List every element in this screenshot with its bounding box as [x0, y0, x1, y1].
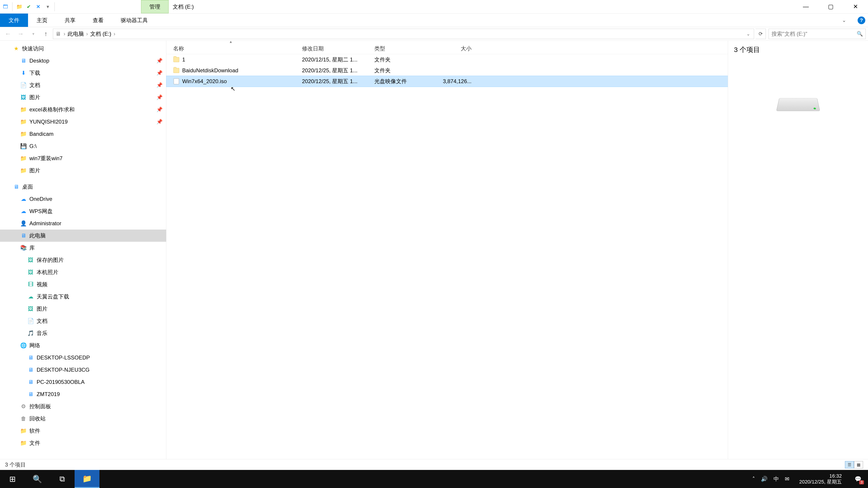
help-icon[interactable]: ?: [858, 17, 865, 24]
ribbon-expand-button[interactable]: ⌄: [837, 13, 851, 27]
tree-label: 天翼云盘下载: [37, 293, 69, 300]
tree-wps[interactable]: ☁ WPS网盘: [0, 205, 166, 217]
chevron-right-icon[interactable]: ›: [85, 31, 89, 37]
close-button[interactable]: ✕: [843, 0, 868, 13]
refresh-button[interactable]: ⟳: [755, 29, 766, 39]
tree-label: 视频: [37, 281, 48, 288]
check-icon[interactable]: ✔: [25, 3, 32, 10]
tree-qa-item[interactable]: 🖥 Desktop 📌: [0, 55, 166, 67]
tree-qa-item[interactable]: 📁 win7重装win7: [0, 152, 166, 164]
details-view-button[interactable]: ☰: [845, 461, 854, 468]
address-bar[interactable]: 🖥 › 此电脑 › 文档 (E:) › ⌄: [53, 29, 754, 39]
file-row[interactable]: 1 2020/12/15, 星期二 1... 文件夹: [166, 54, 728, 65]
tree-recycle-bin[interactable]: 🗑 回收站: [0, 413, 166, 425]
tab-share[interactable]: 共享: [56, 13, 84, 27]
recent-locations-button[interactable]: ▾: [28, 29, 39, 39]
minimize-button[interactable]: —: [794, 0, 818, 13]
file-row[interactable]: Win7x64_2020.iso 2020/12/25, 星期五 1... 光盘…: [166, 76, 728, 87]
tree-library-item[interactable]: 🎵 音乐: [0, 327, 166, 339]
window-controls: — ▢ ✕: [794, 0, 868, 13]
tray-chevron-icon[interactable]: ˄: [752, 476, 755, 482]
action-center-button[interactable]: 💬 3: [852, 473, 864, 485]
tab-drive-tools[interactable]: 驱动器工具: [112, 13, 156, 27]
tree-docs[interactable]: 📁 文件: [0, 437, 166, 449]
item-icon: 🎞: [27, 281, 34, 288]
item-icon: ☁: [27, 293, 34, 300]
file-list[interactable]: ▲ 名称 修改日期 类型 大小 1 2020/12/15, 星期二 1... 文…: [166, 41, 728, 459]
window-title: 文档 (E:): [168, 0, 794, 13]
contextual-tab-manage[interactable]: 管理: [141, 0, 168, 13]
tree-qa-item[interactable]: 📁 图片: [0, 164, 166, 177]
pc-icon: 🖥: [27, 354, 34, 361]
search-button[interactable]: 🔍: [25, 470, 50, 488]
maximize-button[interactable]: ▢: [818, 0, 843, 13]
forward-button[interactable]: →: [15, 29, 26, 39]
col-type[interactable]: 类型: [374, 45, 433, 52]
col-date[interactable]: 修改日期: [302, 45, 374, 52]
tab-file[interactable]: 文件: [0, 13, 28, 27]
thumbnails-view-button[interactable]: ▦: [854, 461, 863, 468]
pc-icon: 🖥: [55, 31, 61, 37]
ime-indicator[interactable]: 中: [774, 475, 779, 483]
tree-network[interactable]: 🌐 网络: [0, 339, 166, 352]
tree-qa-item[interactable]: 🖼 图片 📌: [0, 91, 166, 103]
tree-label: Administrator: [29, 220, 61, 227]
tree-network-host[interactable]: 🖥 DESKTOP-LSSOEDP: [0, 352, 166, 364]
more-icon[interactable]: ▾: [44, 3, 51, 10]
tree-library-item[interactable]: 🖼 本机照片: [0, 266, 166, 278]
contextual-tabs: 管理: [141, 0, 168, 13]
volume-icon[interactable]: 🔊: [761, 476, 768, 482]
tree-quick-access[interactable]: ★ 快速访问: [0, 42, 166, 55]
up-button[interactable]: ↑: [40, 29, 52, 39]
navigation-row: ← → ▾ ↑ 🖥 › 此电脑 › 文档 (E:) › ⌄ ⟳ 🔍: [0, 27, 868, 41]
tab-view[interactable]: 查看: [84, 13, 112, 27]
back-button[interactable]: ←: [2, 29, 13, 39]
tree-label: 文档: [37, 318, 48, 325]
address-history-button[interactable]: ⌄: [745, 31, 752, 37]
tree-qa-item[interactable]: 💾 G:\: [0, 140, 166, 152]
mail-icon[interactable]: ✉: [785, 476, 789, 482]
task-view-button[interactable]: ⧉: [50, 470, 74, 488]
start-button[interactable]: ⊞: [0, 470, 25, 488]
tree-qa-item[interactable]: 📁 YUNQISHI2019 📌: [0, 116, 166, 128]
tree-library-item[interactable]: 🖼 保存的图片: [0, 254, 166, 266]
col-name[interactable]: 名称: [173, 45, 302, 52]
tree-network-host[interactable]: 🖥 ZMT2019: [0, 388, 166, 400]
breadcrumb-root[interactable]: 此电脑: [66, 30, 85, 37]
tree-this-pc[interactable]: 🖥 此电脑: [0, 230, 166, 242]
search-icon[interactable]: 🔍: [857, 31, 863, 37]
nav-tree[interactable]: ★ 快速访问 🖥 Desktop 📌 ⬇ 下载 📌 📄 文档 📌 🖼 图片 📌 …: [0, 41, 166, 459]
tree-library-item[interactable]: 🖼 图片: [0, 303, 166, 315]
folder-icon[interactable]: 📁: [16, 3, 23, 10]
pc-icon: 🖥: [27, 366, 34, 373]
col-size[interactable]: 大小: [433, 45, 471, 52]
tree-libraries[interactable]: 📚 库: [0, 242, 166, 254]
delete-icon[interactable]: ✕: [35, 3, 42, 10]
file-name: 1: [182, 57, 185, 63]
tree-control-panel[interactable]: ⚙ 控制面板: [0, 400, 166, 413]
tab-home[interactable]: 主页: [28, 13, 56, 27]
library-icon: 📚: [20, 244, 27, 252]
taskbar-explorer[interactable]: 📁: [74, 470, 99, 488]
clock[interactable]: 16:32 2020/12/25, 星期五: [795, 473, 846, 485]
tree-network-host[interactable]: 🖥 DESKTOP-NJEU3CG: [0, 364, 166, 376]
tree-qa-item[interactable]: 📁 Bandicam: [0, 128, 166, 140]
search-input[interactable]: [772, 31, 857, 37]
tree-library-item[interactable]: ☁ 天翼云盘下载: [0, 291, 166, 303]
chevron-right-icon[interactable]: ›: [113, 31, 116, 37]
chevron-right-icon[interactable]: ›: [63, 31, 66, 37]
tree-qa-item[interactable]: ⬇ 下载 📌: [0, 67, 166, 79]
tree-qa-item[interactable]: 📁 excel表格制作求和 📌: [0, 103, 166, 116]
search-box[interactable]: 🔍: [769, 29, 866, 39]
tree-network-host[interactable]: 🖥 PC-20190530OBLA: [0, 376, 166, 388]
tree-software[interactable]: 📁 软件: [0, 425, 166, 437]
breadcrumb-loc[interactable]: 文档 (E:): [89, 30, 113, 37]
tree-library-item[interactable]: 🎞 视频: [0, 278, 166, 291]
file-row[interactable]: BaiduNetdiskDownload 2020/12/25, 星期五 1..…: [166, 65, 728, 76]
tree-onedrive[interactable]: ☁ OneDrive: [0, 193, 166, 205]
tree-label: PC-20190530OBLA: [37, 379, 85, 385]
tree-qa-item[interactable]: 📄 文档 📌: [0, 79, 166, 91]
tree-admin[interactable]: 👤 Administrator: [0, 217, 166, 230]
tree-desktop[interactable]: 🖥 桌面: [0, 181, 166, 193]
tree-library-item[interactable]: 📄 文档: [0, 315, 166, 327]
